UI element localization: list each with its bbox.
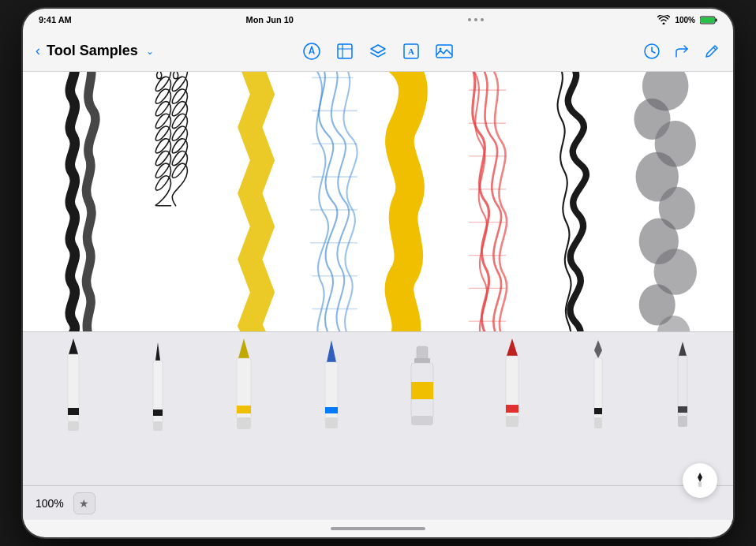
pen-1-shape [58,338,88,441]
stroke-5 [399,72,413,331]
tool-felt-pen-blue[interactable] [315,338,348,441]
svg-rect-2 [715,18,717,21]
svg-rect-57 [414,358,430,363]
layers-icon[interactable] [369,42,387,61]
svg-rect-68 [594,417,602,428]
svg-rect-51 [237,417,251,429]
status-center-dots [468,18,484,21]
gallery-icon[interactable] [335,42,354,61]
svg-rect-5 [338,44,352,58]
crayon-shape [496,338,529,441]
pencil-tool-icon[interactable] [302,42,321,61]
svg-text:A: A [408,47,414,56]
svg-rect-72 [678,416,687,427]
svg-marker-52 [327,340,336,362]
tool-charcoal[interactable] [668,338,698,441]
stroke-2 [155,72,187,206]
tool-crayon-red[interactable] [496,338,529,441]
stroke-8 [634,72,697,331]
svg-line-13 [713,47,716,50]
nav-title: Tool Samples [47,43,138,59]
svg-rect-43 [68,421,79,431]
stroke-3 [250,72,263,331]
status-bar: 9:41 AM Mon Jun 10 100% [23,9,733,31]
pen-container [23,332,733,447]
canvas-area [23,72,733,331]
edit-icon[interactable] [703,43,720,60]
app-content: ‹ Tool Samples ⌄ [23,31,733,520]
marker-shape [227,338,260,441]
svg-rect-74 [698,482,702,487]
svg-rect-10 [436,45,452,58]
tool-panel [23,331,733,485]
favorites-button[interactable]: ★ [73,492,95,514]
stroke-4 [310,72,357,331]
svg-rect-50 [237,406,251,413]
share-icon[interactable] [673,43,691,60]
image-icon[interactable] [435,42,454,61]
svg-marker-44 [155,342,160,361]
svg-rect-54 [325,407,338,413]
fab-pen-icon [691,471,709,490]
svg-rect-1 [701,17,714,23]
svg-marker-61 [507,338,518,356]
svg-point-3 [304,43,320,59]
svg-marker-73 [698,473,702,482]
zoom-level: 100% [36,497,64,510]
home-bar [331,527,425,530]
canvas-strokes [23,72,733,331]
svg-rect-55 [325,417,338,428]
svg-rect-63 [506,405,518,413]
tool-pen-2[interactable] [143,338,173,441]
text-icon[interactable]: A [402,42,421,61]
pen-2-shape [143,338,173,441]
svg-rect-46 [153,410,163,416]
svg-marker-48 [238,338,249,358]
tool-ink-bottle[interactable] [403,338,441,441]
nav-title-chevron-icon[interactable]: ⌄ [146,46,154,57]
felt-pen-shape [315,338,348,441]
status-date: Mon Jun 10 [245,15,294,24]
tool-pen-1[interactable] [58,338,88,441]
back-chevron-icon: ‹ [36,43,40,59]
svg-marker-65 [594,340,602,358]
status-right: 100% [657,15,717,24]
svg-rect-59 [411,382,433,399]
stroke-7 [558,72,586,331]
stroke-6 [469,72,507,331]
bottom-bar: 100% ★ [23,485,733,520]
svg-rect-47 [153,421,163,431]
wifi-icon [657,15,670,24]
nav-right-tools [643,43,720,60]
nav-bar: ‹ Tool Samples ⌄ [23,31,733,72]
active-tool-fab[interactable] [683,463,717,498]
battery-text: 100% [675,16,695,24]
ink-bottle-shape [403,338,441,441]
svg-point-11 [440,47,442,50]
tool-marker-yellow[interactable] [227,338,260,441]
status-time: 9:41 AM [39,15,72,24]
charcoal-shape [668,338,698,441]
svg-rect-64 [506,416,518,427]
svg-rect-67 [594,408,602,414]
stroke-1 [70,72,95,331]
svg-rect-60 [411,416,433,425]
home-indicator [23,520,733,537]
battery-icon [700,16,717,24]
svg-marker-69 [679,342,687,356]
calligraphy-shape [583,338,613,441]
svg-rect-71 [678,406,687,413]
tool-calligraphy-pen[interactable] [583,338,613,441]
nav-center-tools: A [302,42,454,61]
history-icon[interactable] [643,43,661,60]
svg-marker-39 [69,338,78,354]
svg-rect-42 [68,408,79,415]
nav-back-button[interactable]: ‹ [36,43,40,59]
ipad-frame: 9:41 AM Mon Jun 10 100% [23,9,733,537]
star-icon: ★ [79,497,89,510]
